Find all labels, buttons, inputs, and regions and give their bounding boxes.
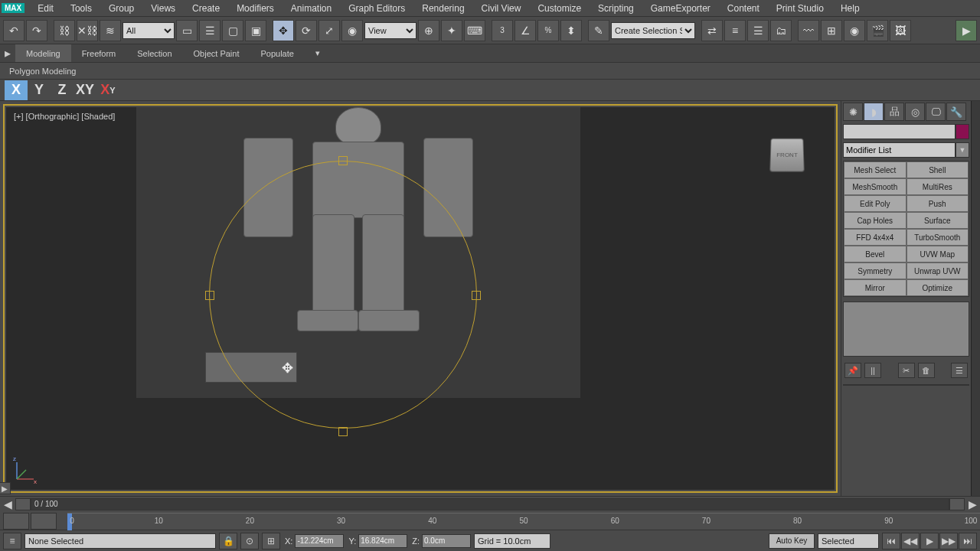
ruler-track[interactable]: 0 10 20 30 40 50 60 70 80 90 100 — [67, 513, 980, 530]
display-tab-icon[interactable]: 🖵 — [926, 103, 946, 121]
modifier-stack[interactable] — [843, 302, 969, 357]
schematic-view-button[interactable]: ⊞ — [821, 20, 842, 41]
menu-civilview[interactable]: Civil View — [473, 3, 530, 14]
angle-snap-button[interactable]: ∠ — [514, 20, 536, 41]
mod-bevel[interactable]: Bevel — [844, 246, 906, 262]
gizmo-handle-top[interactable] — [338, 156, 348, 165]
make-unique-icon[interactable]: ✂ — [898, 363, 915, 378]
time-config-icon[interactable] — [3, 513, 29, 530]
render-setup-button[interactable]: 🎬 — [867, 20, 888, 41]
create-tab-icon[interactable]: ✺ — [843, 103, 863, 121]
pin-stack-icon[interactable]: 📌 — [844, 363, 861, 378]
link-button[interactable]: ⛓ — [54, 20, 75, 41]
menu-rendering[interactable]: Rendering — [413, 3, 472, 14]
timeline-track[interactable]: 0 / 100 — [31, 498, 949, 510]
ribbon-overflow[interactable]: ▾ — [305, 44, 331, 62]
gizmo-handle-right[interactable] — [472, 291, 481, 300]
snap-toggle-3[interactable]: 3 — [492, 20, 513, 41]
selection-lock-toggle[interactable]: ⊞ — [262, 533, 280, 549]
chevron-down-icon[interactable]: ▼ — [956, 142, 969, 158]
modifier-list-dropdown[interactable] — [843, 142, 956, 158]
axis-z[interactable]: Z — [51, 80, 74, 100]
menu-customize[interactable]: Customize — [529, 3, 590, 14]
tab-freeform[interactable]: Freeform — [71, 44, 127, 62]
y-value[interactable]: 16.824cm — [358, 534, 407, 548]
goto-start-icon[interactable]: ⏮ — [882, 533, 900, 549]
keyboard-shortcut-button[interactable]: ⌨ — [464, 20, 485, 41]
select-by-name-button[interactable]: ☰ — [199, 20, 220, 41]
modify-tab-icon[interactable]: ◗ — [864, 103, 884, 121]
axis-y[interactable]: Y — [28, 80, 51, 100]
ref-coord-system[interactable]: View — [364, 22, 416, 39]
timeline-prev[interactable]: ◀ — [0, 498, 15, 510]
tab-modeling[interactable]: Modeling — [15, 44, 71, 62]
menu-views[interactable]: Views — [142, 3, 184, 14]
viewport-label[interactable]: [+] [Orthographic] [Shaded] — [14, 112, 115, 121]
configure-sets-icon[interactable]: ☰ — [951, 363, 968, 378]
menu-tools[interactable]: Tools — [62, 3, 100, 14]
mod-optimize[interactable]: Optimize — [906, 279, 969, 296]
tab-selection[interactable]: Selection — [126, 44, 182, 62]
hierarchy-tab-icon[interactable]: 品 — [884, 103, 904, 121]
menu-group[interactable]: Group — [100, 3, 142, 14]
timeline-next[interactable]: ▶ — [965, 498, 980, 510]
mirror-button[interactable]: ⇄ — [701, 20, 723, 41]
viewcube[interactable]: FRONT — [763, 138, 812, 187]
align-button[interactable]: ≡ — [724, 20, 746, 41]
mod-mirror[interactable]: Mirror — [844, 279, 906, 296]
menu-animation[interactable]: Animation — [283, 3, 340, 14]
prev-frame-icon[interactable]: ◀◀ — [901, 533, 920, 549]
mod-mesh-select[interactable]: Mesh Select — [844, 161, 906, 178]
viewport[interactable]: [+] [Orthographic] [Shaded] FRONT — [3, 104, 838, 493]
menu-printstudio[interactable]: Print Studio — [768, 3, 832, 14]
object-name-input[interactable] — [843, 124, 956, 139]
mod-symmetry[interactable]: Symmetry — [844, 262, 906, 279]
viewport-expand-icon[interactable]: ▶ — [0, 482, 11, 494]
rotate-button[interactable]: ⟳ — [296, 20, 317, 41]
named-selection-set[interactable]: Create Selection Se — [611, 22, 695, 39]
menu-modifiers[interactable]: Modifiers — [228, 3, 283, 14]
menu-create[interactable]: Create — [184, 3, 228, 14]
selection-filter[interactable]: All — [122, 22, 175, 39]
goto-end-icon[interactable]: ⏭ — [959, 533, 977, 549]
mod-meshsmooth[interactable]: MeshSmooth — [844, 178, 906, 195]
menu-content[interactable]: Content — [719, 3, 768, 14]
z-value[interactable]: 0.0cm — [422, 534, 471, 548]
mod-push[interactable]: Push — [906, 195, 969, 212]
show-end-result-icon[interactable]: || — [864, 363, 881, 378]
remove-mod-icon[interactable]: 🗑 — [918, 363, 935, 378]
x-value[interactable]: -12.224cm — [295, 534, 344, 548]
lock-selection-icon[interactable]: 🔒 — [219, 533, 237, 549]
next-frame-icon[interactable]: ▶▶ — [939, 533, 958, 549]
move-button[interactable]: ✥ — [273, 20, 294, 41]
scene-explorer-button[interactable]: 🗂 — [770, 20, 792, 41]
select-object-button[interactable]: ▭ — [176, 20, 198, 41]
mod-surface[interactable]: Surface — [906, 212, 969, 229]
menu-gameexporter[interactable]: GameExporter — [642, 3, 719, 14]
timeline-end-cap[interactable] — [949, 498, 965, 510]
gizmo-handle-left[interactable] — [205, 291, 214, 300]
mod-multires[interactable]: MultiRes — [906, 178, 969, 195]
object-color-swatch[interactable] — [956, 124, 969, 139]
render-button[interactable]: ▶ — [956, 20, 977, 41]
menu-scripting[interactable]: Scripting — [590, 3, 642, 14]
play-icon[interactable]: ▶ — [920, 533, 939, 549]
redo-button[interactable]: ↷ — [26, 20, 47, 41]
curve-editor-button[interactable]: 〰 — [798, 20, 819, 41]
key-filters[interactable]: Selected — [818, 533, 879, 549]
viewport-inner[interactable]: [+] [Orthographic] [Shaded] FRONT — [6, 107, 835, 490]
rendered-frame-button[interactable]: 🖼 — [890, 20, 911, 41]
tab-populate[interactable]: Populate — [250, 44, 304, 62]
menu-help[interactable]: Help — [832, 3, 868, 14]
bind-button[interactable]: ≋ — [100, 20, 121, 41]
menu-grapheditors[interactable]: Graph Editors — [340, 3, 413, 14]
placement-button[interactable]: ◉ — [341, 20, 363, 41]
material-editor-button[interactable]: ◉ — [844, 20, 865, 41]
percent-snap-button[interactable]: % — [537, 20, 559, 41]
maxscript-mini-listener-icon[interactable]: ≡ — [3, 533, 21, 549]
gizmo-handle-bottom[interactable] — [338, 427, 348, 436]
layers-button[interactable]: ☰ — [747, 20, 769, 41]
ribbon-panel-label[interactable]: Polygon Modeling — [9, 67, 76, 76]
unlink-button[interactable]: ✕⛓ — [77, 20, 98, 41]
motion-tab-icon[interactable]: ◎ — [905, 103, 925, 121]
